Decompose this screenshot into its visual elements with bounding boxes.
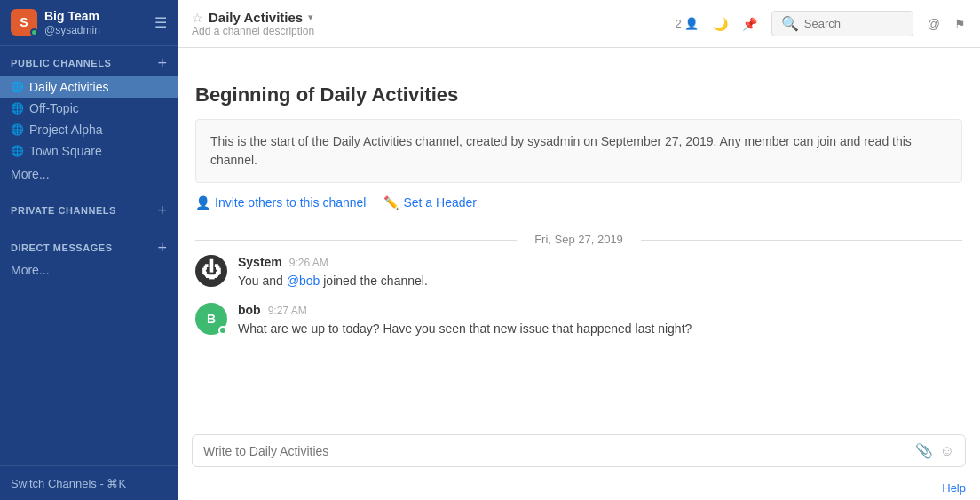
chevron-down-icon[interactable]: ▾ bbox=[308, 12, 313, 23]
message-system: ⏻ System 9:26 AM You and @bob joined the… bbox=[195, 255, 962, 290]
message-author-system: System bbox=[238, 255, 282, 269]
channel-header: ☆ Daily Activities ▾ Add a channel descr… bbox=[178, 0, 980, 48]
message-text-system: You and @bob joined the channel. bbox=[238, 272, 962, 290]
direct-messages-section: DIRECT MESSAGES + bbox=[0, 231, 178, 259]
attach-icon[interactable]: 📎 bbox=[915, 442, 933, 459]
direct-messages-label: DIRECT MESSAGES bbox=[11, 242, 113, 253]
channel-title-row: ☆ Daily Activities ▾ bbox=[192, 10, 314, 25]
emoji-icon[interactable]: ☺ bbox=[940, 443, 954, 459]
sidebar-item-town-square[interactable]: 🌐 Town Square bbox=[0, 140, 178, 162]
private-channels-section: PRIVATE CHANNELS + bbox=[0, 194, 178, 222]
add-dm-button[interactable]: + bbox=[157, 240, 167, 256]
public-channels-label: PUBLIC CHANNELS bbox=[11, 58, 111, 68]
channel-actions: 👤 Invite others to this channel ✏️ Set a… bbox=[195, 195, 962, 210]
sidebar-item-project-alpha[interactable]: 🌐 Project Alpha bbox=[0, 119, 178, 140]
globe-icon: 🌐 bbox=[11, 145, 24, 157]
message-header-bob: bob 9:27 AM bbox=[238, 303, 962, 317]
public-channels-more[interactable]: More... bbox=[0, 163, 178, 185]
globe-icon: 🌐 bbox=[11, 81, 24, 93]
team-info: Big Team @sysadmin bbox=[44, 9, 100, 36]
help-link[interactable]: Help bbox=[942, 481, 966, 495]
moon-icon[interactable]: 🌙 bbox=[713, 17, 728, 31]
message-text-bob: What are we up to today? Have you seen t… bbox=[238, 320, 962, 338]
message-author-bob: bob bbox=[238, 303, 261, 317]
invite-link[interactable]: 👤 Invite others to this channel bbox=[195, 195, 366, 210]
search-icon: 🔍 bbox=[781, 15, 799, 32]
add-private-channel-button[interactable]: + bbox=[157, 202, 167, 218]
search-input[interactable] bbox=[804, 17, 904, 30]
message-bob: B bob 9:27 AM What are we up to today? H… bbox=[195, 303, 962, 338]
channel-name: Daily Activities bbox=[29, 80, 108, 94]
team-username: @sysadmin bbox=[44, 24, 100, 36]
message-header-system: System 9:26 AM bbox=[238, 255, 962, 269]
private-channels-label: PRIVATE CHANNELS bbox=[11, 205, 116, 216]
online-badge bbox=[30, 28, 38, 36]
bob-avatar: B bbox=[195, 303, 227, 335]
channel-name: Off-Topic bbox=[29, 101, 79, 115]
main-content: ☆ Daily Activities ▾ Add a channel descr… bbox=[178, 0, 980, 500]
channel-intro: Beginning of Daily Activities This is th… bbox=[195, 66, 962, 218]
sidebar-item-off-topic[interactable]: 🌐 Off-Topic bbox=[0, 98, 178, 119]
message-time-system: 9:26 AM bbox=[289, 257, 328, 269]
online-badge-bob bbox=[218, 326, 227, 335]
message-body-system: System 9:26 AM You and @bob joined the c… bbox=[238, 255, 962, 290]
pin-icon[interactable]: 📌 bbox=[742, 17, 757, 31]
public-channel-list: 🌐 Daily Activities 🌐 Off-Topic 🌐 Project… bbox=[0, 76, 178, 162]
team-name: Big Team bbox=[44, 9, 100, 24]
switch-channels-button[interactable]: Switch Channels - ⌘K bbox=[11, 477, 126, 490]
intro-text: This is the start of the Daily Activitie… bbox=[210, 134, 912, 167]
message-time-bob: 9:27 AM bbox=[268, 305, 307, 317]
public-channels-section: PUBLIC CHANNELS + bbox=[0, 46, 178, 75]
globe-icon: 🌐 bbox=[11, 102, 24, 115]
channel-header-right: 2 👤 🌙 📌 🔍 @ ⚑ bbox=[676, 11, 966, 36]
team-avatar: S bbox=[11, 9, 37, 36]
mention-bob[interactable]: @bob bbox=[287, 274, 320, 288]
globe-icon: 🌐 bbox=[11, 123, 24, 136]
sidebar: S Big Team @sysadmin ☰ PUBLIC CHANNELS +… bbox=[0, 0, 178, 500]
invite-icon: 👤 bbox=[195, 195, 210, 210]
sidebar-footer: Switch Channels - ⌘K bbox=[0, 465, 178, 500]
system-avatar: ⏻ bbox=[195, 255, 227, 287]
intro-heading: Beginning of Daily Activities bbox=[195, 83, 962, 107]
channel-description[interactable]: Add a channel description bbox=[192, 25, 314, 37]
chat-area: Beginning of Daily Activities This is th… bbox=[178, 48, 980, 425]
sidebar-header-left: S Big Team @sysadmin bbox=[11, 9, 100, 36]
search-box[interactable]: 🔍 bbox=[771, 11, 913, 36]
channel-title: Daily Activities bbox=[209, 10, 303, 25]
channel-header-left: ☆ Daily Activities ▾ Add a channel descr… bbox=[192, 10, 314, 37]
channel-name: Project Alpha bbox=[29, 123, 103, 137]
message-input-box: 📎 ☺ bbox=[192, 434, 966, 467]
message-input-area: 📎 ☺ bbox=[178, 425, 980, 480]
members-number: 2 bbox=[676, 17, 682, 30]
at-icon[interactable]: @ bbox=[928, 17, 940, 31]
channel-name: Town Square bbox=[29, 144, 102, 158]
hamburger-icon[interactable]: ☰ bbox=[154, 14, 167, 31]
star-icon[interactable]: ☆ bbox=[192, 11, 203, 25]
message-body-bob: bob 9:27 AM What are we up to today? Hav… bbox=[238, 303, 962, 338]
members-icon: 👤 bbox=[684, 17, 699, 30]
set-header-link[interactable]: ✏️ Set a Header bbox=[383, 195, 477, 210]
members-count[interactable]: 2 👤 bbox=[676, 17, 699, 30]
sidebar-header: S Big Team @sysadmin ☰ bbox=[0, 0, 178, 46]
sidebar-item-daily-activities[interactable]: 🌐 Daily Activities bbox=[0, 76, 178, 98]
pencil-icon: ✏️ bbox=[383, 195, 399, 210]
chat-footer: Help bbox=[178, 480, 980, 500]
add-public-channel-button[interactable]: + bbox=[157, 55, 167, 71]
intro-text-box: This is the start of the Daily Activitie… bbox=[195, 119, 962, 183]
dm-more[interactable]: More... bbox=[0, 259, 178, 281]
date-divider: Fri, Sep 27, 2019 bbox=[195, 233, 962, 246]
flag-icon[interactable]: ⚑ bbox=[954, 17, 966, 31]
message-input[interactable] bbox=[203, 444, 908, 458]
